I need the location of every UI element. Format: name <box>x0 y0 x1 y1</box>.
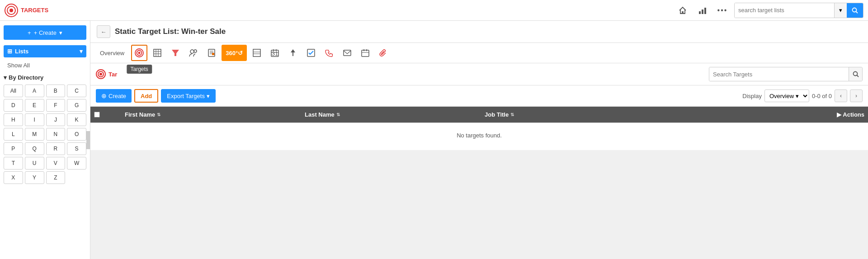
create-label: + Create <box>34 29 57 36</box>
letter-btn-z[interactable]: Z <box>46 171 66 184</box>
letter-btn-n[interactable]: N <box>46 128 66 141</box>
search-dropdown-btn[interactable]: ▾ <box>834 3 847 18</box>
th-job-title[interactable]: Job Title ⇅ <box>481 107 841 122</box>
create-record-label: Create <box>108 93 126 99</box>
letter-btn-h[interactable]: H <box>4 113 23 126</box>
letter-btn-y[interactable]: Y <box>25 171 44 184</box>
th-first-name[interactable]: First Name ⇅ <box>121 107 301 122</box>
svg-rect-3 <box>699 11 701 14</box>
grid-tab-icon <box>253 49 261 57</box>
create-button[interactable]: + + Create ▾ <box>4 25 86 40</box>
targets-tab-icon <box>135 48 144 57</box>
letter-btn-u[interactable]: U <box>25 157 44 170</box>
th-last-name[interactable]: Last Name ⇅ <box>301 107 481 122</box>
letter-btn-p[interactable]: P <box>4 142 23 155</box>
chart-icon[interactable] <box>694 2 711 19</box>
letter-btn-m[interactable]: M <box>25 128 44 141</box>
letter-btn-i[interactable]: I <box>25 113 44 126</box>
search-go-btn[interactable] <box>847 3 863 18</box>
page-header: ← Static Target List: Win-ter Sale <box>90 21 868 43</box>
by-directory[interactable]: ▾ By Directory <box>4 74 86 81</box>
tab-email[interactable] <box>339 45 355 61</box>
attachments-tab-icon <box>379 49 387 57</box>
letter-btn-x[interactable]: X <box>4 171 23 184</box>
letter-btn-q[interactable]: Q <box>25 142 44 155</box>
tab-event[interactable] <box>357 45 373 61</box>
content-area: ← Static Target List: Win-ter Sale Overv… <box>90 21 868 259</box>
letter-btn-k[interactable]: K <box>67 113 86 126</box>
letter-btn-t[interactable]: T <box>4 157 23 170</box>
tab-attachments[interactable] <box>375 45 392 61</box>
tab-phone[interactable] <box>321 45 337 61</box>
display-select[interactable]: Overview ▾ <box>764 89 809 102</box>
letter-btn-e[interactable]: E <box>25 99 44 112</box>
tab-360[interactable]: 360°↺ <box>222 45 247 61</box>
create-record-plus-icon: ⊕ <box>101 92 107 99</box>
letter-btn-a[interactable]: A <box>25 85 44 97</box>
letter-btn-o[interactable]: O <box>67 128 86 141</box>
letter-btn-all[interactable]: All <box>4 85 23 97</box>
back-button[interactable]: ← <box>97 25 110 38</box>
svg-line-42 <box>857 75 859 77</box>
no-results-message: No targets found. <box>90 123 868 148</box>
next-page-btn[interactable]: › <box>850 89 863 102</box>
sub-search-btn[interactable] <box>849 67 862 81</box>
table-header: First Name ⇅ Last Name ⇅ Job Title ⇅ ▶ A… <box>90 107 868 123</box>
sub-header: Tar <box>90 63 868 85</box>
sidebar-collapse-btn[interactable]: ‹ <box>86 131 90 149</box>
prev-page-btn[interactable]: ‹ <box>835 89 847 102</box>
show-all-link[interactable]: Show All <box>4 60 86 71</box>
sidebar: + + Create ▾ ⊞ Lists ▾ Show All ▾ By Dir… <box>0 21 90 259</box>
job-title-sort-icon: ⇅ <box>510 112 514 117</box>
svg-rect-33 <box>344 50 351 56</box>
letter-btn-j[interactable]: J <box>46 113 66 126</box>
letter-btn-b[interactable]: B <box>46 85 66 97</box>
collab-tab-icon <box>189 49 198 57</box>
tab-filter[interactable] <box>167 45 184 61</box>
tab-targets[interactable]: Targets <box>131 45 147 61</box>
letter-btn-g[interactable]: G <box>67 99 86 112</box>
main-layout: + + Create ▾ ⊞ Lists ▾ Show All ▾ By Dir… <box>0 21 868 259</box>
export-button[interactable]: Export Targets ▾ <box>161 89 216 103</box>
create-record-button[interactable]: ⊕ Create <box>96 89 132 103</box>
add-button[interactable]: Add <box>134 89 158 103</box>
letter-btn-l[interactable]: L <box>4 128 23 141</box>
tasks-tab-icon <box>307 49 315 57</box>
create-plus-icon: + <box>28 29 31 36</box>
search-input[interactable] <box>735 3 834 18</box>
tab-collab[interactable] <box>185 45 202 61</box>
letter-btn-f[interactable]: F <box>46 99 66 112</box>
tab-tasks[interactable] <box>303 45 319 61</box>
th-actions: ▶ Actions <box>841 107 868 122</box>
letter-btn-r[interactable]: R <box>46 142 66 155</box>
home-icon[interactable] <box>675 2 691 19</box>
email-tab-icon <box>343 49 351 57</box>
page-title: Static Target List: Win-ter Sale <box>115 27 226 36</box>
table-container: First Name ⇅ Last Name ⇅ Job Title ⇅ ▶ A… <box>90 107 868 150</box>
tab-overview[interactable]: Overview <box>95 45 129 61</box>
tab-notes[interactable] <box>203 45 220 61</box>
sidebar-item-lists[interactable]: ⊞ Lists ▾ <box>4 45 86 57</box>
svg-point-10 <box>138 52 141 54</box>
tab-pin[interactable] <box>285 45 301 61</box>
letter-btn-v[interactable]: V <box>46 157 66 170</box>
more-icon[interactable]: ••• <box>714 2 731 19</box>
tab-edit[interactable] <box>149 45 165 61</box>
letter-btn-w[interactable]: W <box>67 157 86 170</box>
table-body: No targets found. <box>90 123 868 150</box>
select-all-checkbox[interactable] <box>94 112 100 118</box>
svg-point-18 <box>194 50 197 52</box>
th-arrow <box>107 107 121 122</box>
svg-rect-23 <box>212 53 214 55</box>
sub-search-input[interactable] <box>709 67 849 81</box>
nav-right: ••• ▾ <box>675 2 863 19</box>
lists-chevron-icon: ▾ <box>80 48 83 55</box>
letter-btn-s[interactable]: S <box>67 142 86 155</box>
back-icon: ← <box>101 28 107 35</box>
add-label: Add <box>141 93 152 99</box>
letter-btn-d[interactable]: D <box>4 99 23 112</box>
tab-calendar[interactable]: 31 <box>267 45 283 61</box>
letter-btn-c[interactable]: C <box>67 85 86 97</box>
svg-point-6 <box>853 8 857 12</box>
tab-grid[interactable] <box>249 45 265 61</box>
